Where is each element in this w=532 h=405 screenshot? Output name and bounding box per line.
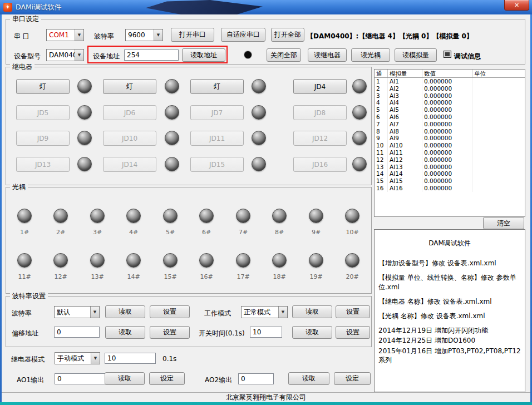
baud-select[interactable]: 默认 ▼ [54, 306, 100, 318]
close-button[interactable]: ✕ [504, 0, 529, 11]
statusbar: 北京聚英翱翔电子有限公司 [2, 392, 530, 402]
relay-button-8[interactable]: JD8 [293, 105, 347, 120]
relay-button-2[interactable]: 灯 [103, 79, 156, 94]
table-row: 9AI90.000000 [375, 135, 525, 142]
work-mode-read-button[interactable]: 读取 [292, 305, 332, 318]
switch-time-input[interactable] [250, 327, 282, 338]
relay-group-title: 继电器 [10, 63, 35, 71]
opto-label-9: 9# [303, 229, 329, 236]
relay-button-11[interactable]: JD11 [190, 131, 244, 146]
opto-label-7: 7# [230, 229, 256, 236]
ao1-set-button[interactable]: 设定 [149, 372, 185, 385]
switch-time-read-button[interactable]: 读取 [292, 326, 332, 339]
read-analog-button[interactable]: 读模拟量 [395, 48, 437, 62]
ao2-output-label: AO2输出 [205, 376, 232, 385]
relay-button-15[interactable]: JD15 [190, 157, 244, 172]
switch-time-set-button[interactable]: 设置 [336, 326, 370, 339]
close-icon: ✕ [514, 2, 519, 9]
work-mode-set-button[interactable]: 设置 [336, 305, 370, 318]
opto-group: 光耦 1# 2# 3# 4# 5# 6# 7# 8# 9# 10# [6, 187, 372, 294]
relay-indicator-10 [165, 131, 179, 145]
opto-indicator-19 [309, 253, 323, 268]
opto-indicator-20 [345, 253, 359, 268]
opto-label-4: 4# [121, 229, 146, 236]
clear-button[interactable]: 清空 [483, 217, 524, 229]
ao2-set-button[interactable]: 设定 [334, 372, 371, 385]
relay-button-7[interactable]: JD7 [190, 105, 244, 120]
window-title: DAMi调试软件 [16, 3, 61, 12]
relay-button-9[interactable]: JD9 [16, 131, 70, 146]
table-row: 10AI100.000000 [375, 142, 525, 149]
opto-label-2: 2# [48, 229, 73, 236]
relay-button-16[interactable]: JD16 [293, 157, 347, 172]
relay-button-3[interactable]: 灯 [190, 79, 244, 94]
baud-label: 波特率 [12, 309, 32, 318]
table-row: 4AI40.000000 [375, 99, 525, 106]
read-address-button[interactable]: 读取地址 [182, 48, 225, 62]
adaptive-serial-button[interactable]: 自适应串口 [221, 28, 265, 42]
opto-label-20: 20# [339, 273, 365, 280]
opto-indicator-14 [126, 253, 141, 268]
offset-set-button[interactable]: 设置 [150, 326, 190, 339]
chevron-down-icon: ▼ [278, 307, 287, 318]
titlebar-artifact [146, 0, 263, 14]
offset-address-input[interactable] [54, 327, 100, 338]
work-mode-select[interactable]: 正常模式 ▼ [241, 306, 288, 318]
baud-rate-select[interactable]: 9600 ▼ [125, 29, 163, 41]
ao1-output-input[interactable] [55, 373, 106, 384]
opto-indicator-2 [53, 209, 68, 223]
relay-indicator-11 [252, 131, 266, 145]
baud-set-button[interactable]: 设置 [150, 305, 190, 318]
ao1-read-button[interactable]: 读取 [105, 372, 145, 385]
open-all-button[interactable]: 打开全部 [271, 28, 304, 42]
relay-button-14[interactable]: JD14 [103, 157, 156, 172]
table-row: 12AI120.000000 [375, 156, 525, 164]
log-entry: 【继电器 名称】修改 设备表.xml.xml [378, 297, 521, 306]
ao2-output-input[interactable] [238, 373, 274, 384]
ao1-output-label: AO1输出 [17, 376, 44, 385]
relay-mode-unit-label: 0.1s [162, 355, 176, 363]
relay-button-10[interactable]: JD10 [103, 131, 156, 146]
relay-indicator-2 [165, 79, 179, 93]
relay-mode-select[interactable]: 手动模式 ▼ [55, 352, 100, 364]
opto-indicator-15 [163, 253, 178, 268]
relay-button-4[interactable]: JD4 [293, 79, 347, 94]
chevron-down-icon: ▼ [75, 50, 83, 61]
offset-read-button[interactable]: 读取 [105, 326, 145, 339]
relay-mode-time-input[interactable] [105, 353, 156, 364]
relay-indicator-5 [77, 105, 92, 120]
read-opto-button[interactable]: 读光耦 [351, 48, 390, 62]
table-row: 14AI140.000000 [375, 170, 525, 177]
opto-label-14: 14# [121, 273, 146, 280]
company-label: 北京聚英翱翔电子有限公司 [226, 393, 306, 402]
opto-label-10: 10# [339, 229, 365, 236]
device-model-select[interactable]: DAM0400 ▼ [46, 49, 84, 61]
work-mode-label: 工作模式 [204, 309, 231, 318]
serial-port-select[interactable]: COM1 ▼ [46, 29, 84, 41]
relay-indicator-6 [165, 105, 179, 120]
opto-indicator-10 [345, 209, 359, 223]
relay-button-5[interactable]: JD5 [16, 105, 70, 120]
close-all-button[interactable]: 关闭全部 [267, 48, 301, 62]
relay-indicator-13 [77, 157, 92, 171]
read-relay-button[interactable]: 读继电器 [308, 48, 347, 62]
changelog-entry: 2014年12月25日 增加DO1600 [378, 336, 521, 345]
open-serial-button[interactable]: 打开串口 [171, 28, 214, 42]
device-address-input[interactable] [124, 50, 179, 61]
table-row: 5AI50.000000 [375, 106, 525, 113]
relay-indicator-15 [252, 157, 266, 171]
chevron-down-icon: ▼ [91, 353, 100, 364]
relay-button-6[interactable]: JD6 [103, 105, 156, 120]
relay-button-12[interactable]: JD12 [293, 131, 347, 146]
table-row: 3AI30.000000 [375, 92, 525, 100]
log-panel[interactable]: DAM调试软件 【增加设备型号】修改 设备表.xml.xml 【模拟量 单位、线… [374, 229, 525, 392]
ao2-read-button[interactable]: 读取 [288, 372, 329, 385]
opto-label-12: 12# [48, 273, 73, 280]
relay-button-1[interactable]: 灯 [16, 79, 70, 94]
status-indicator-dot [244, 51, 252, 58]
device-address-label: 设备地址 [93, 52, 120, 61]
offset-address-label: 偏移地址 [12, 329, 38, 338]
baud-settings-title: 波特率设置 [10, 292, 48, 300]
baud-read-button[interactable]: 读取 [105, 305, 145, 318]
relay-button-13[interactable]: JD13 [16, 157, 70, 172]
